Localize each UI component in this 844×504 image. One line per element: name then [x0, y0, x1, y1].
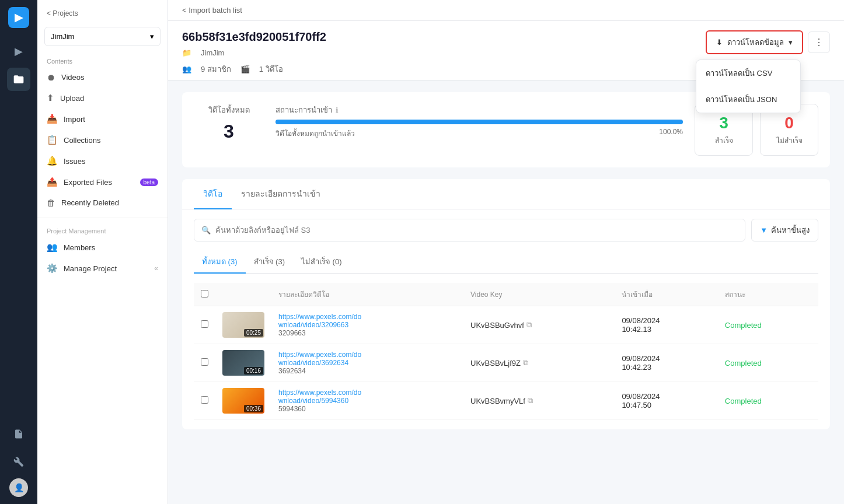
col-thumb [215, 283, 271, 306]
dropdown-arrow-icon: ▾ [789, 38, 793, 47]
project-selector[interactable]: JimJim ▾ [44, 27, 161, 46]
nav-play-icon[interactable]: ▶ [7, 40, 30, 63]
row-2-duration: 00:16 [244, 367, 263, 374]
main-content: < Import batch list 66b58f31e3fd920051f7… [168, 0, 844, 504]
back-to-projects[interactable]: < Projects [37, 0, 168, 22]
import-icon: 📥 [47, 114, 58, 124]
left-sidebar: < Projects JimJim ▾ Contents ⏺ Videos ⬆ … [37, 0, 168, 504]
sidebar-item-upload[interactable]: ⬆ Upload [37, 88, 168, 108]
info-icon: ℹ [336, 106, 339, 114]
sidebar-item-issues[interactable]: 🔔 Issues [37, 150, 168, 172]
sidebar-item-recently-deleted[interactable]: 🗑 Recently Deleted [37, 192, 168, 213]
sub-tab-failed[interactable]: ไม่สำเร็จ (0) [293, 251, 350, 274]
page-meta: 📁 JimJim [182, 48, 326, 57]
sidebar-item-exported-files[interactable]: 📤 Exported Files beta [37, 172, 168, 192]
row-3-copy-icon[interactable]: ⧉ [528, 396, 533, 405]
download-label: ดาวน์โหลดข้อมูล [727, 36, 784, 48]
row-2-url: https://www.pexels.com/download/video/36… [278, 351, 456, 367]
total-videos-label: วิดีโอทั้งหมด [194, 104, 264, 116]
sidebar-item-exported-files-label: Exported Files [64, 178, 112, 187]
download-csv-item[interactable]: ดาวน์โหลดเป็น CSV [696, 60, 800, 86]
row-1-status: Completed [718, 306, 818, 344]
row-1-copy-icon[interactable]: ⧉ [526, 320, 532, 330]
sidebar-item-videos-label: Videos [61, 73, 85, 82]
progress-label: สถานะการนำเข้า ℹ [275, 104, 683, 116]
videos-table: รายละเอียดวิดีโอ Video Key นำเข้าเมื่อ ส… [194, 283, 818, 420]
progress-bar-bg [275, 120, 683, 124]
row-3-detail: https://www.pexels.com/download/video/59… [271, 382, 463, 420]
table-row: 00:16 https://www.pexels.com/download/vi… [194, 344, 818, 382]
beta-badge: beta [140, 178, 158, 186]
download-data-button[interactable]: ⬇ ดาวน์โหลดข้อมูล ▾ [706, 30, 803, 54]
col-status: สถานะ [718, 283, 818, 306]
sidebar-item-collections-label: Collections [64, 136, 101, 145]
page-header: 66b58f31e3fd920051f70ff2 📁 JimJim 👥 9 สม… [168, 21, 844, 80]
nav-folder-icon[interactable] [7, 68, 30, 91]
search-icon: 🔍 [201, 226, 211, 235]
row-2-id: 3692634 [278, 367, 456, 375]
row-3-date: 09/08/2024 10:47.50 [615, 382, 717, 420]
filter-icon: ▼ [760, 226, 768, 235]
nav-document-icon[interactable] [7, 422, 30, 446]
meta-videos: 1 วิดีโอ [259, 63, 283, 75]
row-1-duration: 00:25 [244, 329, 263, 337]
row-2-key: UKvBSBvLjf9Z [470, 359, 521, 368]
progress-bar-fill [275, 120, 683, 124]
breadcrumb[interactable]: < Import batch list [182, 6, 242, 15]
row-3-key-cell: UKvBSBvmyVLf ⧉ [470, 396, 608, 405]
sidebar-item-import[interactable]: 📥 Import [37, 108, 168, 130]
sidebar-item-members[interactable]: 👥 Members [37, 237, 168, 258]
row-1-key-cell: UKvBSBuGvhvf ⧉ [470, 320, 608, 330]
row-2-copy-icon[interactable]: ⧉ [523, 358, 528, 368]
search-input-wrap[interactable]: 🔍 [194, 219, 745, 242]
tab-import-detail[interactable]: รายละเอียดการนำเข้า [232, 179, 330, 209]
nav-wrench-icon[interactable] [7, 450, 30, 474]
page-title: 66b58f31e3fd920051f70ff2 [182, 30, 326, 44]
row-2-checkbox[interactable] [201, 358, 208, 366]
video-icon: 🎬 [240, 65, 250, 74]
col-video-detail: รายละเอียดวิดีโอ [271, 283, 463, 306]
select-all-checkbox[interactable] [201, 290, 208, 298]
tabs-section: วิดีโอ รายละเอียดการนำเข้า 🔍 ▼ ค้นหาขั้น… [182, 179, 830, 429]
tab-video[interactable]: วิดีโอ [194, 179, 232, 209]
search-input[interactable] [215, 226, 738, 235]
collapse-icon[interactable]: « [154, 264, 158, 272]
icon-sidebar: ▶ ▶ 👤 [0, 0, 37, 504]
exported-files-icon: 📤 [47, 177, 58, 187]
row-3-checkbox[interactable] [201, 396, 208, 404]
top-bar: < Import batch list [168, 0, 844, 21]
sub-tab-success[interactable]: สำเร็จ (3) [246, 251, 294, 274]
row-2-thumbnail: 00:16 [222, 350, 264, 376]
fail-count: 0 [775, 114, 804, 132]
members-icon: 👥 [47, 242, 58, 253]
meta-folder-icon: 📁 [182, 48, 191, 57]
more-options-button[interactable]: ⋮ [808, 32, 830, 53]
back-button[interactable]: < Projects [47, 9, 78, 18]
row-2-detail: https://www.pexels.com/download/video/36… [271, 344, 463, 382]
collections-icon: 📋 [47, 135, 58, 145]
contents-label: Contents [37, 51, 168, 67]
table-row: 00:25 https://www.pexels.com/download/vi… [194, 306, 818, 344]
sidebar-item-members-label: Members [64, 243, 95, 252]
user-avatar[interactable]: 👤 [9, 478, 28, 497]
row-3-key: UKvBSBvmyVLf [470, 397, 525, 405]
row-1-url: https://www.pexels.com/download/video/32… [278, 313, 456, 329]
sidebar-item-manage-project[interactable]: ⚙️ Manage Project « [37, 258, 168, 279]
tabs-header: วิดีโอ รายละเอียดการนำเข้า [182, 179, 830, 209]
progress-percent: 100.0% [659, 128, 683, 139]
table-row: 00:36 https://www.pexels.com/download/vi… [194, 382, 818, 420]
col-video-key: Video Key [463, 283, 615, 306]
sub-tabs: ทั้งหมด (3) สำเร็จ (3) ไม่สำเร็จ (0) [194, 251, 818, 274]
sidebar-item-videos[interactable]: ⏺ Videos [37, 67, 168, 88]
row-1-checkbox[interactable] [201, 320, 208, 328]
advanced-search-button[interactable]: ▼ ค้นหาขั้นสูง [751, 219, 818, 242]
progress-desc: วิดีโอทั้งหมดถูกนำเข้าแล้ว 100.0% [275, 128, 683, 139]
sub-tab-all[interactable]: ทั้งหมด (3) [194, 251, 246, 274]
download-icon: ⬇ [716, 38, 723, 47]
row-3-id: 5994360 [278, 405, 456, 413]
download-json-item[interactable]: ดาวน์โหลดเป็น JSON [696, 86, 800, 113]
sidebar-item-collections[interactable]: 📋 Collections [37, 130, 168, 150]
row-3-url: https://www.pexels.com/download/video/59… [278, 388, 456, 405]
tab-content: 🔍 ▼ ค้นหาขั้นสูง ทั้งหมด (3) สำเร็จ (3) … [182, 209, 830, 429]
col-import-date: นำเข้าเมื่อ [615, 283, 717, 306]
